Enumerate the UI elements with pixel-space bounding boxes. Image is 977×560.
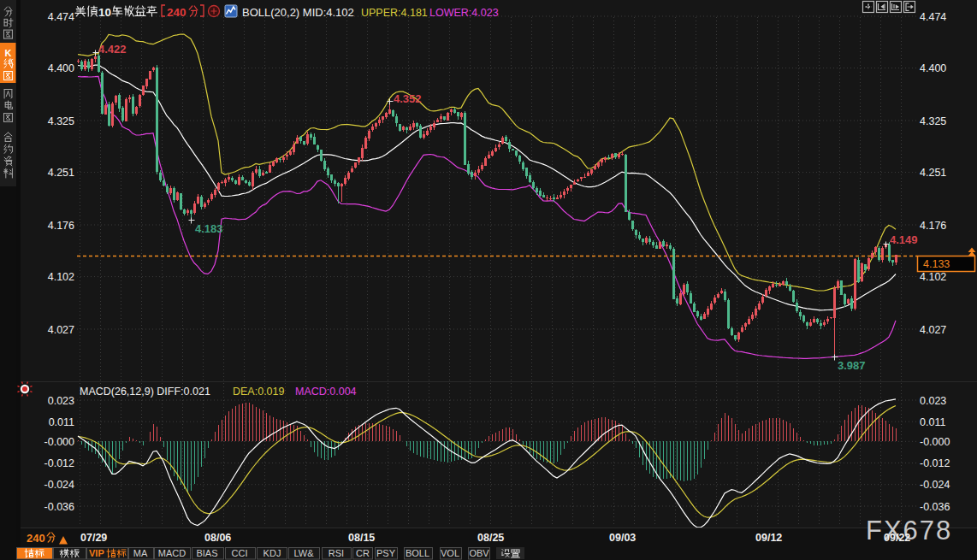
svg-text:BOLL: BOLL (406, 548, 429, 558)
svg-text:K: K (5, 48, 12, 58)
svg-text:4.133: 4.133 (923, 258, 950, 270)
svg-text:4.325: 4.325 (920, 115, 946, 127)
svg-text:0.023: 0.023 (920, 395, 946, 407)
svg-text:DEA:0.019: DEA:0.019 (233, 386, 285, 398)
svg-text:09/03: 09/03 (609, 532, 636, 544)
svg-text:KDJ: KDJ (263, 548, 281, 558)
svg-text:4.149: 4.149 (890, 233, 918, 246)
svg-text:CCI: CCI (232, 548, 248, 558)
svg-text:09/12: 09/12 (755, 532, 782, 544)
svg-text:4.183: 4.183 (195, 222, 223, 235)
svg-text:VIP: VIP (89, 548, 104, 558)
svg-text:-0.000: -0.000 (44, 436, 74, 448)
svg-text:-0.036: -0.036 (920, 501, 950, 513)
svg-text:UPPER:4.181: UPPER:4.181 (361, 7, 428, 19)
svg-text:4.474: 4.474 (920, 11, 946, 23)
svg-text:-0.000: -0.000 (920, 436, 950, 448)
svg-text:4.176: 4.176 (920, 220, 946, 232)
svg-text:4.352: 4.352 (394, 92, 422, 105)
svg-text:240: 240 (27, 532, 45, 545)
svg-text:-0.012: -0.012 (920, 457, 950, 469)
svg-text:-0.024: -0.024 (44, 479, 74, 491)
svg-text:OBV: OBV (469, 548, 489, 558)
svg-text:4.027: 4.027 (920, 324, 946, 336)
svg-text:RSI: RSI (329, 548, 344, 558)
svg-text:LW&: LW& (293, 548, 314, 558)
svg-text:10: 10 (98, 6, 111, 19)
svg-text:4.400: 4.400 (920, 62, 946, 74)
svg-text:4.251: 4.251 (920, 167, 946, 179)
svg-text:3.987: 3.987 (838, 359, 866, 372)
svg-text:MACD:0.004: MACD:0.004 (295, 386, 357, 398)
svg-text:BIAS: BIAS (196, 548, 217, 558)
svg-text:-0.012: -0.012 (44, 457, 74, 469)
svg-text:4.474: 4.474 (48, 11, 74, 23)
svg-text:08/25: 08/25 (477, 532, 504, 544)
svg-text:09/22: 09/22 (884, 532, 910, 544)
svg-text:MACD: MACD (158, 548, 186, 558)
svg-text:4.102: 4.102 (48, 271, 74, 283)
svg-text:MACD(26,12,9) DIFF:0.021: MACD(26,12,9) DIFF:0.021 (80, 386, 210, 398)
svg-text:VOL: VOL (441, 548, 459, 558)
svg-text:4.102: 4.102 (920, 271, 946, 283)
svg-text:4.251: 4.251 (48, 167, 74, 179)
svg-text:240: 240 (167, 6, 187, 19)
svg-text:LOWER:4.023: LOWER:4.023 (429, 7, 499, 19)
svg-text:0.011: 0.011 (920, 416, 945, 428)
svg-text:-0.024: -0.024 (920, 479, 950, 491)
svg-text:4.325: 4.325 (48, 115, 74, 127)
svg-text:4.400: 4.400 (48, 62, 74, 74)
svg-text:08/15: 08/15 (348, 532, 375, 544)
svg-text:0.011: 0.011 (49, 416, 74, 428)
svg-text:08/06: 08/06 (204, 532, 231, 544)
svg-text:CR: CR (356, 548, 370, 558)
svg-text:4.176: 4.176 (48, 220, 74, 232)
svg-text:-0.036: -0.036 (44, 501, 74, 513)
svg-text:BOLL(20,2) MID:4.102: BOLL(20,2) MID:4.102 (242, 6, 354, 19)
svg-text:0.023: 0.023 (48, 395, 74, 407)
svg-text:4.027: 4.027 (48, 324, 74, 336)
svg-text:07/29: 07/29 (80, 532, 107, 544)
svg-text:PSY: PSY (376, 548, 396, 558)
svg-text:4.422: 4.422 (98, 43, 127, 56)
svg-text:MA: MA (133, 548, 148, 558)
